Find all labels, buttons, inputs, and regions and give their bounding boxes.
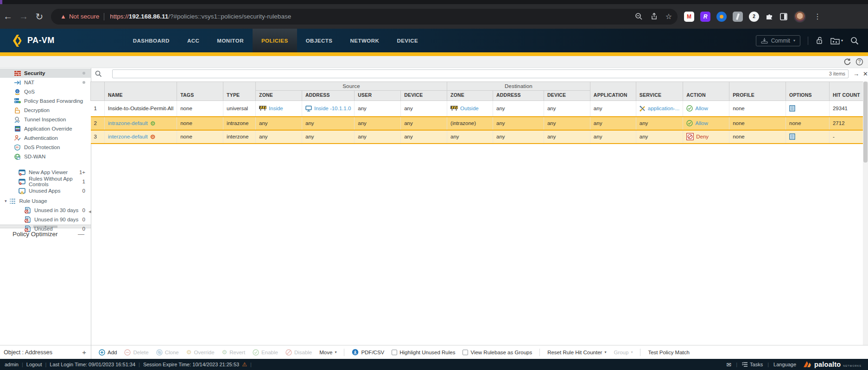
blue-extension-icon[interactable]: [716, 12, 727, 22]
action-cell[interactable]: Allow: [683, 101, 729, 117]
profile-cell[interactable]: none: [729, 130, 786, 144]
col-type[interactable]: TYPE: [223, 82, 256, 101]
service-cell[interactable]: any: [636, 130, 683, 144]
add-button[interactable]: Add: [99, 349, 117, 356]
disable-button[interactable]: Disable: [285, 349, 312, 356]
options-cell[interactable]: [786, 130, 830, 144]
service-cell[interactable]: application-...: [636, 101, 683, 117]
vertical-scrollbar[interactable]: [863, 82, 868, 347]
tab-monitor[interactable]: MONITOR: [208, 29, 253, 52]
col-options[interactable]: OPTIONS: [786, 82, 830, 101]
address-bar[interactable]: ▲ Not secure https://192.168.86.11/?#pol…: [51, 9, 678, 25]
col-application[interactable]: APPLICATION: [590, 82, 636, 101]
dst-zone-cell[interactable]: any: [447, 130, 493, 144]
global-search-icon[interactable]: [850, 37, 859, 45]
zoom-icon[interactable]: [635, 13, 643, 20]
src-address-cell[interactable]: Inside -10.1.1.0: [302, 101, 355, 117]
refresh-icon[interactable]: [843, 58, 851, 66]
src-address-cell[interactable]: any: [302, 117, 355, 130]
profile-cell[interactable]: none: [729, 117, 786, 130]
application-cell[interactable]: any: [590, 130, 636, 144]
col-src-device[interactable]: DEVICE: [401, 91, 447, 101]
revert-button[interactable]: ⚙ Revert: [222, 349, 246, 355]
not-secure-label[interactable]: Not secure: [69, 13, 99, 20]
checkbox-icon[interactable]: [392, 350, 397, 355]
src-user-cell[interactable]: any: [355, 130, 401, 144]
src-device-cell[interactable]: any: [401, 117, 447, 130]
sidebar-item-app-override[interactable]: Application Override: [0, 124, 91, 133]
rule-tags[interactable]: none: [177, 117, 223, 130]
logout-link[interactable]: Logout: [26, 362, 42, 367]
po-item-unused-30[interactable]: Unused in 30 days 0: [0, 206, 91, 215]
clone-button[interactable]: Clone: [156, 349, 179, 356]
src-zone-cell[interactable]: any: [256, 130, 302, 144]
dst-device-cell[interactable]: any: [544, 101, 590, 117]
dst-zone-cell[interactable]: Outside: [447, 101, 493, 117]
table-row[interactable]: 2 intrazone-default⚙ none intrazone any …: [91, 117, 867, 130]
tab-device[interactable]: DEVICE: [388, 29, 427, 52]
test-policy-match-button[interactable]: Test Policy Match: [648, 350, 689, 355]
col-src-zone[interactable]: ZONE: [256, 91, 302, 101]
bookmark-star-icon[interactable]: ☆: [665, 12, 672, 21]
col-action[interactable]: ACTION: [683, 82, 729, 101]
rule-name-link[interactable]: intrazone-default⚙: [104, 117, 177, 130]
move-button[interactable]: Move▾: [319, 350, 336, 355]
commit-button[interactable]: Commit ▾: [756, 35, 800, 46]
sidebar-item-decryption[interactable]: Decryption: [0, 106, 91, 115]
delete-button[interactable]: Delete: [124, 349, 148, 356]
puzzle-extensions-icon[interactable]: [765, 13, 773, 21]
src-zone-cell[interactable]: Inside: [256, 101, 302, 117]
options-cell[interactable]: none: [786, 117, 830, 130]
col-profile[interactable]: PROFILE: [729, 82, 786, 101]
src-zone-cell[interactable]: any: [256, 117, 302, 130]
view-groups-checkbox[interactable]: View Rulebase as Groups: [463, 350, 532, 355]
clear-filter-icon[interactable]: ✕: [863, 70, 868, 77]
sidebar-item-security[interactable]: Security: [0, 69, 91, 78]
highlight-unused-checkbox[interactable]: Highlight Unused Rules: [392, 350, 455, 355]
dst-device-cell[interactable]: any: [544, 130, 590, 144]
reload-icon[interactable]: ↻: [32, 11, 47, 22]
po-item-rules-without-app-controls[interactable]: Rules Without App Controls 1: [0, 177, 91, 186]
profile-cell[interactable]: none: [729, 101, 786, 117]
col-src-user[interactable]: USER: [355, 91, 401, 101]
badge-extension-icon[interactable]: 2: [749, 12, 759, 22]
tasks-button[interactable]: Tasks: [742, 362, 763, 367]
rule-name-link[interactable]: Inside-to-Outside-Permit-All: [104, 101, 177, 117]
group-button[interactable]: Group▾: [614, 350, 633, 355]
tab-policies[interactable]: POLICIES: [253, 29, 297, 52]
table-row[interactable]: 1 Inside-to-Outside-Permit-All none univ…: [91, 101, 867, 117]
col-dst-zone[interactable]: ZONE: [447, 91, 493, 101]
action-cell[interactable]: Allow: [683, 117, 729, 130]
filter-input[interactable]: 3 items: [112, 69, 849, 78]
help-icon[interactable]: ?: [855, 58, 863, 66]
src-device-cell[interactable]: any: [401, 101, 447, 117]
col-tags[interactable]: TAGS: [177, 82, 223, 101]
sidebar-item-dos[interactable]: DoS Protection: [0, 143, 91, 152]
object-addresses-bar[interactable]: Object : Addresses +: [0, 345, 91, 359]
mail-extension-icon[interactable]: M: [684, 12, 694, 22]
language-button[interactable]: Language: [773, 362, 796, 367]
src-user-cell[interactable]: any: [355, 117, 401, 130]
col-service[interactable]: SERVICE: [636, 82, 683, 101]
col-src-address[interactable]: ADDRESS: [302, 91, 355, 101]
side-panel-icon[interactable]: [779, 13, 788, 21]
profile-avatar[interactable]: [794, 11, 806, 23]
dst-address-cell[interactable]: any: [493, 117, 544, 130]
po-item-unused-apps[interactable]: Unused Apps 0: [0, 186, 91, 195]
col-hit-count[interactable]: HIT COUNT: [829, 82, 867, 101]
po-item-new-app-viewer[interactable]: New App Viewer 1+: [0, 168, 91, 177]
tab-dashboard[interactable]: DASHBOARD: [124, 29, 178, 52]
table-row[interactable]: 3 interzone-default⚙ none interzone any …: [91, 130, 867, 144]
sidebar-item-qos[interactable]: Q QoS: [0, 87, 91, 96]
src-address-cell[interactable]: any: [302, 130, 355, 144]
override-button[interactable]: ⚙ Override: [186, 349, 215, 355]
sidebar-item-nat[interactable]: NAT: [0, 78, 91, 87]
rule-tags[interactable]: none: [177, 130, 223, 144]
col-dst-device[interactable]: DEVICE: [544, 91, 590, 101]
r-extension-icon[interactable]: R: [700, 12, 710, 22]
messages-envelope-icon[interactable]: ✉: [726, 361, 731, 368]
rule-tags[interactable]: none: [177, 101, 223, 117]
forward-icon[interactable]: →: [16, 11, 32, 22]
col-name[interactable]: NAME: [104, 82, 177, 101]
tab-network[interactable]: NETWORK: [341, 29, 388, 52]
